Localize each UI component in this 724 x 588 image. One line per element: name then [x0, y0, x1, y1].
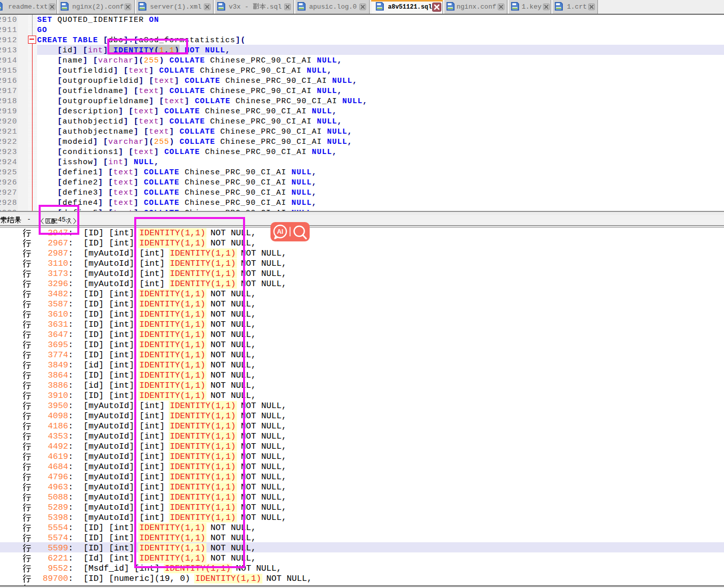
svg-text:AI: AI [277, 228, 284, 235]
